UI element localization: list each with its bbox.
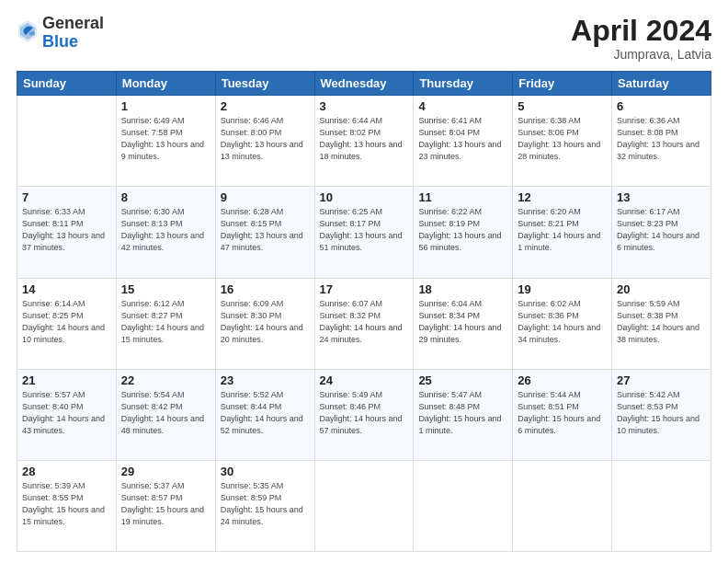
day-info: Sunrise: 5:47 AMSunset: 8:48 PMDaylight:… bbox=[418, 389, 507, 437]
day-number: 2 bbox=[221, 99, 310, 113]
day-info: Sunrise: 6:17 AMSunset: 8:23 PMDaylight:… bbox=[617, 206, 706, 254]
calendar-day-cell: 30 Sunrise: 5:35 AMSunset: 8:59 PMDaylig… bbox=[215, 460, 314, 551]
calendar-day-cell: 22 Sunrise: 5:54 AMSunset: 8:42 PMDaylig… bbox=[116, 369, 215, 460]
day-info: Sunrise: 5:37 AMSunset: 8:57 PMDaylight:… bbox=[121, 480, 210, 528]
calendar-day-cell: 20 Sunrise: 5:59 AMSunset: 8:38 PMDaylig… bbox=[612, 278, 711, 369]
calendar-day-cell: 2 Sunrise: 6:46 AMSunset: 8:00 PMDayligh… bbox=[215, 96, 314, 187]
calendar-day-cell: 23 Sunrise: 5:52 AMSunset: 8:44 PMDaylig… bbox=[215, 369, 314, 460]
calendar-day-cell: 29 Sunrise: 5:37 AMSunset: 8:57 PMDaylig… bbox=[116, 460, 215, 551]
day-info: Sunrise: 5:57 AMSunset: 8:40 PMDaylight:… bbox=[22, 389, 111, 437]
day-info: Sunrise: 6:36 AMSunset: 8:08 PMDaylight:… bbox=[617, 115, 706, 163]
logo-text: General Blue bbox=[42, 15, 104, 52]
day-info: Sunrise: 6:30 AMSunset: 8:13 PMDaylight:… bbox=[121, 206, 210, 254]
day-number: 30 bbox=[221, 465, 310, 478]
day-info: Sunrise: 6:41 AMSunset: 8:04 PMDaylight:… bbox=[418, 115, 507, 163]
calendar-table: Sunday Monday Tuesday Wednesday Thursday… bbox=[17, 71, 711, 552]
day-number: 23 bbox=[221, 373, 310, 387]
day-info: Sunrise: 6:04 AMSunset: 8:34 PMDaylight:… bbox=[418, 298, 507, 346]
day-info: Sunrise: 6:12 AMSunset: 8:27 PMDaylight:… bbox=[121, 298, 210, 346]
day-number: 12 bbox=[518, 190, 607, 204]
day-number: 1 bbox=[121, 99, 210, 113]
day-number: 9 bbox=[221, 190, 310, 204]
calendar-day-cell: 14 Sunrise: 6:14 AMSunset: 8:25 PMDaylig… bbox=[17, 278, 117, 369]
calendar-week-row: 7 Sunrise: 6:33 AMSunset: 8:11 PMDayligh… bbox=[17, 187, 711, 278]
calendar-day-cell: 6 Sunrise: 6:36 AMSunset: 8:08 PMDayligh… bbox=[612, 96, 711, 187]
day-number: 27 bbox=[617, 373, 706, 387]
calendar-day-cell: 27 Sunrise: 5:42 AMSunset: 8:53 PMDaylig… bbox=[612, 369, 711, 460]
col-monday: Monday bbox=[116, 72, 215, 96]
calendar-header-row: Sunday Monday Tuesday Wednesday Thursday… bbox=[17, 72, 711, 96]
calendar-day-cell: 12 Sunrise: 6:20 AMSunset: 8:21 PMDaylig… bbox=[513, 187, 612, 278]
calendar-day-cell: 19 Sunrise: 6:02 AMSunset: 8:36 PMDaylig… bbox=[513, 278, 612, 369]
day-number: 18 bbox=[418, 282, 507, 296]
header: General Blue April 2024 Jumprava, Latvia bbox=[17, 15, 711, 62]
day-number: 8 bbox=[121, 190, 210, 204]
day-info: Sunrise: 5:49 AMSunset: 8:46 PMDaylight:… bbox=[320, 389, 409, 437]
calendar-day-cell: 3 Sunrise: 6:44 AMSunset: 8:02 PMDayligh… bbox=[314, 96, 414, 187]
calendar-day-cell bbox=[17, 96, 117, 187]
day-number: 10 bbox=[320, 190, 409, 204]
day-number: 17 bbox=[320, 282, 409, 296]
day-info: Sunrise: 6:28 AMSunset: 8:15 PMDaylight:… bbox=[221, 206, 310, 254]
day-info: Sunrise: 6:20 AMSunset: 8:21 PMDaylight:… bbox=[518, 206, 607, 254]
col-wednesday: Wednesday bbox=[314, 72, 414, 96]
calendar-day-cell bbox=[414, 460, 513, 551]
col-friday: Friday bbox=[513, 72, 612, 96]
day-number: 11 bbox=[418, 190, 507, 204]
logo-blue-text: Blue bbox=[42, 33, 104, 52]
calendar-day-cell: 4 Sunrise: 6:41 AMSunset: 8:04 PMDayligh… bbox=[414, 96, 513, 187]
col-thursday: Thursday bbox=[414, 72, 513, 96]
day-number: 26 bbox=[518, 373, 607, 387]
page: General Blue April 2024 Jumprava, Latvia… bbox=[0, 0, 728, 563]
calendar-day-cell: 11 Sunrise: 6:22 AMSunset: 8:19 PMDaylig… bbox=[414, 187, 513, 278]
calendar-day-cell: 21 Sunrise: 5:57 AMSunset: 8:40 PMDaylig… bbox=[17, 369, 117, 460]
calendar-day-cell: 28 Sunrise: 5:39 AMSunset: 8:55 PMDaylig… bbox=[17, 460, 117, 551]
day-number: 15 bbox=[121, 282, 210, 296]
day-info: Sunrise: 5:39 AMSunset: 8:55 PMDaylight:… bbox=[22, 480, 111, 528]
day-info: Sunrise: 5:54 AMSunset: 8:42 PMDaylight:… bbox=[121, 389, 210, 437]
logo-general-text: General bbox=[42, 15, 104, 33]
calendar-week-row: 1 Sunrise: 6:49 AMSunset: 7:58 PMDayligh… bbox=[17, 96, 711, 187]
day-info: Sunrise: 5:52 AMSunset: 8:44 PMDaylight:… bbox=[221, 389, 310, 437]
day-number: 6 bbox=[617, 99, 706, 113]
logo-icon bbox=[17, 18, 39, 44]
day-info: Sunrise: 5:59 AMSunset: 8:38 PMDaylight:… bbox=[617, 298, 706, 346]
day-number: 14 bbox=[22, 282, 111, 296]
calendar-day-cell: 7 Sunrise: 6:33 AMSunset: 8:11 PMDayligh… bbox=[17, 187, 117, 278]
calendar-day-cell: 8 Sunrise: 6:30 AMSunset: 8:13 PMDayligh… bbox=[116, 187, 215, 278]
calendar-day-cell: 13 Sunrise: 6:17 AMSunset: 8:23 PMDaylig… bbox=[612, 187, 711, 278]
calendar-week-row: 28 Sunrise: 5:39 AMSunset: 8:55 PMDaylig… bbox=[17, 460, 711, 551]
day-info: Sunrise: 6:44 AMSunset: 8:02 PMDaylight:… bbox=[320, 115, 409, 163]
calendar-day-cell: 24 Sunrise: 5:49 AMSunset: 8:46 PMDaylig… bbox=[314, 369, 414, 460]
calendar-day-cell bbox=[314, 460, 414, 551]
day-number: 25 bbox=[418, 373, 507, 387]
calendar-day-cell: 5 Sunrise: 6:38 AMSunset: 8:06 PMDayligh… bbox=[513, 96, 612, 187]
calendar-day-cell bbox=[612, 460, 711, 551]
day-number: 29 bbox=[121, 465, 210, 478]
day-info: Sunrise: 6:07 AMSunset: 8:32 PMDaylight:… bbox=[320, 298, 409, 346]
day-info: Sunrise: 6:09 AMSunset: 8:30 PMDaylight:… bbox=[221, 298, 310, 346]
day-number: 22 bbox=[121, 373, 210, 387]
day-number: 5 bbox=[518, 99, 607, 113]
title-block: April 2024 Jumprava, Latvia bbox=[571, 15, 711, 62]
col-saturday: Saturday bbox=[612, 72, 711, 96]
day-number: 13 bbox=[617, 190, 706, 204]
calendar-day-cell: 10 Sunrise: 6:25 AMSunset: 8:17 PMDaylig… bbox=[314, 187, 414, 278]
day-info: Sunrise: 6:22 AMSunset: 8:19 PMDaylight:… bbox=[418, 206, 507, 254]
day-number: 28 bbox=[22, 465, 111, 478]
day-number: 4 bbox=[418, 99, 507, 113]
day-number: 7 bbox=[22, 190, 111, 204]
day-number: 19 bbox=[518, 282, 607, 296]
day-number: 20 bbox=[617, 282, 706, 296]
calendar-day-cell bbox=[513, 460, 612, 551]
calendar-day-cell: 17 Sunrise: 6:07 AMSunset: 8:32 PMDaylig… bbox=[314, 278, 414, 369]
col-sunday: Sunday bbox=[17, 72, 117, 96]
col-tuesday: Tuesday bbox=[215, 72, 314, 96]
calendar-day-cell: 16 Sunrise: 6:09 AMSunset: 8:30 PMDaylig… bbox=[215, 278, 314, 369]
day-info: Sunrise: 6:38 AMSunset: 8:06 PMDaylight:… bbox=[518, 115, 607, 163]
day-number: 3 bbox=[320, 99, 409, 113]
day-info: Sunrise: 6:46 AMSunset: 8:00 PMDaylight:… bbox=[221, 115, 310, 163]
calendar-day-cell: 1 Sunrise: 6:49 AMSunset: 7:58 PMDayligh… bbox=[116, 96, 215, 187]
calendar-week-row: 21 Sunrise: 5:57 AMSunset: 8:40 PMDaylig… bbox=[17, 369, 711, 460]
location-subtitle: Jumprava, Latvia bbox=[571, 47, 711, 62]
